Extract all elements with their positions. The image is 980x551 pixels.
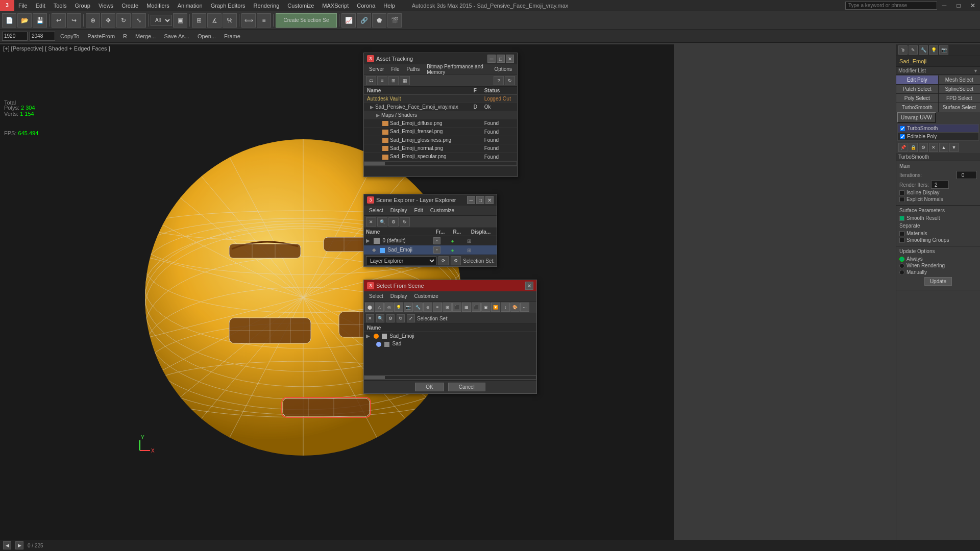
asset-menu-paths[interactable]: Paths bbox=[404, 64, 423, 74]
menu-customize[interactable]: Customize bbox=[283, 0, 318, 11]
asset-menu-bitmap[interactable]: Bitmap Performance and Memory bbox=[424, 64, 490, 74]
table-row[interactable]: Sad_Emoji_frensel.png Found bbox=[364, 128, 517, 136]
rp-icon2[interactable]: ✎ bbox=[909, 45, 918, 55]
nav-prev-button[interactable]: ◀ bbox=[3, 541, 11, 549]
se-menu-customize[interactable]: Customize bbox=[427, 206, 457, 215]
rp-icon3[interactable]: 🔧 bbox=[919, 45, 928, 55]
sfs-scrollbar-h[interactable] bbox=[364, 375, 536, 380]
iterations-input[interactable] bbox=[957, 171, 977, 179]
table-row[interactable]: ◆ Sad_Emoji * ● ⊞ bbox=[364, 245, 497, 255]
scene-explorer-titlebar[interactable]: 3 Scene Explorer - Layer Explorer ─ □ ✕ bbox=[364, 194, 497, 206]
height-input[interactable] bbox=[30, 32, 55, 41]
se-menu-select[interactable]: Select bbox=[366, 206, 386, 215]
undo-button[interactable]: ↩ bbox=[52, 13, 66, 28]
materials-row[interactable]: Materials bbox=[899, 231, 977, 236]
sfs-close-button[interactable]: ✕ bbox=[525, 282, 533, 290]
manually-row[interactable]: Manually bbox=[899, 269, 977, 275]
freeze-btn[interactable]: * bbox=[433, 237, 440, 244]
sfs-tb7[interactable]: ⊕ bbox=[423, 303, 432, 312]
stack-item-editable-poly[interactable]: Editable Poly bbox=[898, 133, 978, 140]
table-row[interactable]: Sad_Emoji_diffuse.png Found bbox=[364, 119, 517, 128]
surface-select-button[interactable]: Surface Select bbox=[939, 103, 981, 112]
sfs-menu-display[interactable]: Display bbox=[387, 291, 410, 301]
poly-select-button[interactable]: Poly Select bbox=[896, 94, 938, 103]
update-button[interactable]: Update bbox=[924, 277, 952, 286]
menu-edit[interactable]: Edit bbox=[32, 0, 50, 11]
up-icon[interactable]: ▲ bbox=[939, 143, 948, 152]
menu-graph-editors[interactable]: Graph Editors bbox=[207, 0, 250, 11]
nav-next-button[interactable]: ▶ bbox=[15, 541, 23, 549]
asset-menu-options[interactable]: Options bbox=[492, 64, 515, 74]
table-row[interactable]: ▶ 0 (default) * ● ⊞ bbox=[364, 236, 497, 246]
menu-help[interactable]: Help bbox=[379, 0, 399, 11]
menu-tools[interactable]: Tools bbox=[50, 0, 71, 11]
asset-menu-file[interactable]: File bbox=[388, 64, 402, 74]
asset-help[interactable]: ? bbox=[494, 76, 504, 85]
menu-views[interactable]: Views bbox=[94, 0, 117, 11]
se-refresh-btn[interactable]: ↻ bbox=[400, 217, 410, 227]
when-rendering-radio[interactable] bbox=[899, 263, 904, 268]
rotate-button[interactable]: ↻ bbox=[116, 13, 131, 28]
open-button[interactable]: 📂 bbox=[17, 13, 32, 28]
rp-icon5[interactable]: 📷 bbox=[939, 45, 948, 55]
merge-button[interactable]: Merge... bbox=[132, 33, 159, 39]
spline-select-button[interactable]: SplineSelect bbox=[939, 85, 981, 93]
sfs-find-btn[interactable]: 🔍 bbox=[376, 314, 384, 322]
sfs-tb4[interactable]: 💡 bbox=[394, 303, 403, 312]
render-button[interactable]: 🎬 bbox=[387, 13, 402, 28]
smoothing-groups-checkbox[interactable] bbox=[899, 238, 904, 243]
pin-icon[interactable]: 📌 bbox=[898, 143, 908, 152]
frame-button[interactable]: Frame bbox=[221, 33, 243, 39]
modifier-list-header[interactable]: Modifier List ▼ bbox=[896, 67, 980, 75]
rp-icon1[interactable]: 🖱 bbox=[898, 45, 908, 55]
minimize-button[interactable]: ─ bbox=[937, 0, 951, 11]
width-input[interactable] bbox=[2, 32, 28, 41]
sfs-filter-btn[interactable]: 🔽 bbox=[491, 303, 500, 312]
sfs-tb11[interactable]: ▦ bbox=[462, 303, 471, 312]
asset-tb2[interactable]: ≡ bbox=[377, 76, 387, 85]
asset-scrollbar-h[interactable] bbox=[364, 162, 517, 166]
sfs-sort-btn[interactable]: ↕ bbox=[501, 303, 510, 312]
se-delete-btn[interactable]: ✕ bbox=[366, 217, 376, 227]
asset-tb4[interactable]: ▦ bbox=[400, 76, 410, 85]
sfs-tb2[interactable]: △ bbox=[375, 303, 384, 312]
settings-icon[interactable]: ⚙ bbox=[919, 143, 928, 152]
pastefrom-button[interactable]: PasteFrom bbox=[84, 33, 118, 39]
menu-modifiers[interactable]: Modifiers bbox=[142, 0, 174, 11]
redo-button[interactable]: ↪ bbox=[67, 13, 81, 28]
asset-tb3[interactable]: ⊞ bbox=[388, 76, 399, 85]
select-button[interactable]: ⊕ bbox=[86, 13, 100, 28]
search-input[interactable] bbox=[845, 2, 937, 10]
asset-refresh[interactable]: ↻ bbox=[505, 76, 515, 85]
se-menu-edit[interactable]: Edit bbox=[411, 206, 426, 215]
menu-maxscript[interactable]: MAXScript bbox=[318, 0, 353, 11]
table-row[interactable]: Sad_Emoji_normal.png Found bbox=[364, 144, 517, 153]
maximize-dialog-button[interactable]: □ bbox=[497, 55, 505, 63]
scale-button[interactable]: ⤡ bbox=[132, 13, 146, 28]
lock-icon[interactable]: 🔒 bbox=[909, 143, 918, 152]
angle-snap-button[interactable]: ∡ bbox=[207, 13, 222, 28]
sfs-tb10[interactable]: ⬛ bbox=[452, 303, 461, 312]
sfs-menu-customize[interactable]: Customize bbox=[411, 291, 442, 301]
table-row[interactable]: ▶Maps / Shaders bbox=[364, 111, 517, 119]
turbosmooth-toggle[interactable] bbox=[900, 126, 905, 131]
fpd-select-button[interactable]: FPD Select bbox=[939, 94, 981, 103]
select-all-button[interactable]: ▣ bbox=[173, 13, 187, 28]
menu-animation[interactable]: Animation bbox=[174, 0, 207, 11]
always-radio[interactable] bbox=[899, 257, 904, 262]
sfs-tb8[interactable]: ≡ bbox=[433, 303, 442, 312]
mesh-select-button[interactable]: Mesh Select bbox=[939, 76, 981, 84]
se-minimize-button[interactable]: ─ bbox=[467, 196, 475, 204]
sfs-tb6[interactable]: 🔧 bbox=[413, 303, 423, 312]
sfs-titlebar[interactable]: 3 Select From Scene ✕ bbox=[364, 280, 536, 291]
close-button[interactable]: ✕ bbox=[966, 0, 980, 11]
smoothing-groups-row[interactable]: Smoothing Groups bbox=[899, 237, 977, 243]
turbosmooth-section-header[interactable]: TurboSmooth bbox=[896, 153, 980, 161]
se-find-btn[interactable]: 🔍 bbox=[377, 217, 387, 227]
patch-select-button[interactable]: Patch Select bbox=[896, 85, 938, 93]
materials-checkbox[interactable] bbox=[899, 231, 904, 236]
table-row[interactable]: ▶ Sad_Emoji bbox=[364, 332, 536, 340]
always-row[interactable]: Always bbox=[899, 256, 977, 262]
table-row[interactable]: Autodesk Vault Logged Out bbox=[364, 95, 517, 103]
filter-dropdown[interactable]: All bbox=[151, 15, 172, 26]
